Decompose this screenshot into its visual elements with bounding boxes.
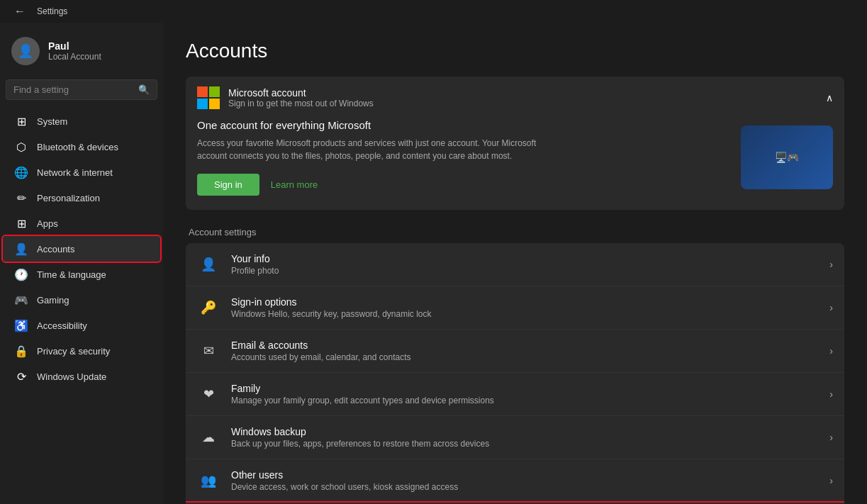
email-accounts-icon: ✉ (197, 340, 220, 362)
sidebar-item-time[interactable]: 🕐 Time & language (3, 262, 160, 287)
ms-account-subtitle: Sign in to get the most out of Windows (228, 99, 374, 108)
settings-item-other-users[interactable]: 👥 Other users Device access, work or sch… (186, 459, 844, 503)
ms-illustration: 🖥️🎮 (741, 125, 833, 189)
apps-icon: ⊞ (14, 216, 28, 230)
sign-in-options-icon: 🔑 (197, 296, 220, 319)
your-info-text: Your info Profile photo (231, 253, 818, 276)
email-accounts-text: Email & accounts Accounts used by email,… (231, 340, 818, 362)
ms-account-banner: Microsoft account Sign in to get the mos… (186, 77, 844, 210)
other-users-title: Other users (231, 469, 818, 481)
family-desc: Manage your family group, edit account t… (231, 396, 818, 405)
sidebar-item-accessibility[interactable]: ♿ Accessibility (3, 313, 160, 338)
accounts-icon: 👤 (14, 242, 28, 256)
sidebar-item-accounts[interactable]: 👤 Accounts (3, 236, 160, 262)
main-content: Accounts Microsoft account Sign in to ge… (163, 23, 867, 504)
title-bar: ← Settings (0, 0, 867, 23)
sidebar: 👤 Paul Local Account 🔍 ⊞ System ⬡ Blueto… (0, 23, 163, 504)
family-text: Family Manage your family group, edit ac… (231, 383, 818, 405)
time-icon: 🕐 (14, 267, 28, 281)
family-chevron: › (829, 388, 833, 400)
ms-logo-green (209, 86, 220, 97)
search-box[interactable]: 🔍 (6, 79, 157, 100)
sidebar-item-bluetooth[interactable]: ⬡ Bluetooth & devices (3, 134, 160, 159)
sidebar-label-gaming: Gaming (37, 295, 69, 306)
windows-backup-title: Windows backup (231, 426, 818, 437)
sign-in-options-desc: Windows Hello, security key, password, d… (231, 309, 818, 319)
family-title: Family (231, 383, 818, 394)
search-input[interactable] (13, 84, 133, 95)
sidebar-item-personalization[interactable]: ✏ Personalization (3, 185, 160, 211)
other-users-text: Other users Device access, work or schoo… (231, 469, 818, 492)
user-info: Paul Local Account (48, 40, 101, 62)
sidebar-label-network: Network & internet (37, 167, 113, 178)
bluetooth-icon: ⬡ (14, 140, 28, 154)
email-accounts-title: Email & accounts (231, 340, 818, 351)
illustration-graphic: 🖥️🎮 (775, 152, 799, 163)
gaming-icon: 🎮 (14, 293, 28, 307)
windows-backup-icon: ☁ (197, 426, 220, 449)
avatar: 👤 (11, 37, 40, 65)
privacy-icon: 🔒 (14, 344, 28, 358)
sidebar-item-apps[interactable]: ⊞ Apps (3, 211, 160, 236)
main-layout: 👤 Paul Local Account 🔍 ⊞ System ⬡ Blueto… (0, 23, 867, 504)
windows-backup-desc: Back up your files, apps, preferences to… (231, 439, 818, 449)
learn-more-button[interactable]: Learn more (271, 179, 318, 190)
ms-account-body: One account for everything Microsoft Acc… (186, 119, 844, 210)
sidebar-item-update[interactable]: ⟳ Windows Update (3, 364, 160, 389)
your-info-chevron: › (829, 259, 833, 270)
sign-in-button[interactable]: Sign in (197, 174, 259, 196)
sidebar-label-personalization: Personalization (37, 193, 100, 203)
ms-account-text: One account for everything Microsoft Acc… (197, 119, 552, 196)
settings-item-email-accounts[interactable]: ✉ Email & accounts Accounts used by emai… (186, 330, 844, 373)
settings-item-windows-backup[interactable]: ☁ Windows backup Back up your files, app… (186, 416, 844, 459)
family-icon: ❤ (197, 383, 220, 405)
ms-account-header-left: Microsoft account Sign in to get the mos… (197, 86, 374, 109)
system-icon: ⊞ (14, 114, 28, 128)
sidebar-item-network[interactable]: 🌐 Network & internet (3, 159, 160, 185)
update-icon: ⟳ (14, 369, 28, 383)
other-users-desc: Device access, work or school users, kio… (231, 482, 818, 492)
back-button[interactable]: ← (9, 2, 31, 21)
email-accounts-desc: Accounts used by email, calendar, and co… (231, 352, 818, 362)
sidebar-label-accounts: Accounts (37, 244, 74, 254)
ms-logo-red (197, 86, 208, 97)
ms-logo-yellow (209, 99, 220, 109)
sidebar-label-update: Windows Update (37, 371, 106, 382)
windows-backup-text: Windows backup Back up your files, apps,… (231, 426, 818, 449)
sign-in-options-text: Sign-in options Windows Hello, security … (231, 296, 818, 319)
ms-account-actions: Sign in Learn more (197, 174, 552, 196)
windows-backup-chevron: › (829, 432, 833, 443)
other-users-icon: 👥 (197, 469, 220, 492)
search-icon: 🔍 (138, 84, 150, 95)
your-info-desc: Profile photo (231, 266, 818, 276)
account-settings-label: Account settings (186, 227, 844, 237)
ms-logo-icon (197, 86, 220, 109)
sidebar-label-privacy: Privacy & security (37, 346, 110, 357)
sidebar-label-system: System (37, 116, 67, 127)
user-type: Local Account (48, 52, 101, 62)
accessibility-icon: ♿ (14, 318, 28, 332)
user-profile: 👤 Paul Local Account (0, 28, 163, 74)
settings-list: 👤 Your info Profile photo › 🔑 Sign-in op… (186, 243, 844, 504)
personalization-icon: ✏ (14, 191, 28, 205)
sidebar-item-privacy[interactable]: 🔒 Privacy & security (3, 338, 160, 364)
collapse-icon: ∧ (826, 92, 833, 103)
ms-account-header[interactable]: Microsoft account Sign in to get the mos… (186, 77, 844, 119)
nav-items: ⊞ System ⬡ Bluetooth & devices 🌐 Network… (0, 108, 163, 389)
title-bar-text: Settings (37, 6, 67, 16)
sidebar-label-time: Time & language (37, 269, 106, 280)
user-name: Paul (48, 40, 101, 52)
settings-item-family[interactable]: ❤ Family Manage your family group, edit … (186, 373, 844, 416)
sidebar-item-system[interactable]: ⊞ System (3, 108, 160, 134)
sidebar-label-accessibility: Accessibility (37, 320, 87, 331)
page-title: Accounts (186, 40, 844, 62)
settings-item-sign-in-options[interactable]: 🔑 Sign-in options Windows Hello, securit… (186, 286, 844, 330)
ms-account-header-text: Microsoft account Sign in to get the mos… (228, 87, 374, 108)
ms-account-heading: One account for everything Microsoft (197, 119, 552, 131)
settings-item-your-info[interactable]: 👤 Your info Profile photo › (186, 243, 844, 286)
other-users-chevron: › (829, 475, 833, 486)
sidebar-label-bluetooth: Bluetooth & devices (37, 142, 118, 152)
sign-in-options-title: Sign-in options (231, 296, 818, 308)
sidebar-item-gaming[interactable]: 🎮 Gaming (3, 287, 160, 313)
your-info-title: Your info (231, 253, 818, 264)
